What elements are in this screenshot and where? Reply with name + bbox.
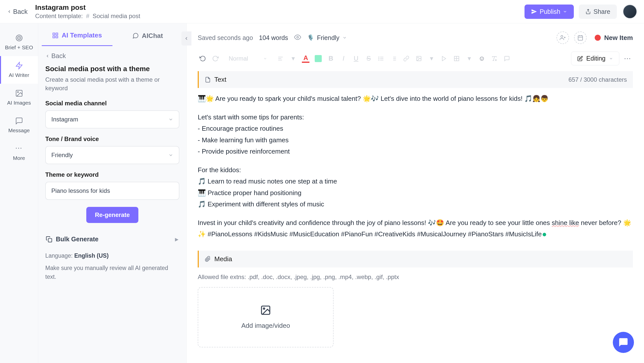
publish-button[interactable]: Publish: [525, 5, 574, 19]
clear-format-button[interactable]: [489, 54, 499, 64]
saved-status: Saved seconds ago: [198, 34, 253, 41]
link-button[interactable]: [401, 54, 411, 64]
rail-ai-images[interactable]: AI Images: [0, 84, 38, 111]
comment-button[interactable]: [502, 54, 512, 64]
emoji-icon: ☺: [478, 55, 485, 62]
italic-button[interactable]: I: [338, 54, 348, 64]
channel-select[interactable]: Instagram: [45, 110, 179, 128]
svg-point-2: [17, 36, 21, 39]
tone-value: Friendly: [51, 152, 73, 159]
align-caret[interactable]: ▾: [288, 54, 298, 64]
undo-button[interactable]: [198, 54, 208, 64]
svg-point-12: [297, 36, 298, 38]
post-p1: 🎹🌟 Are you ready to spark your child's m…: [198, 93, 633, 105]
user-plus-icon: [560, 35, 566, 41]
bullet-list-button[interactable]: [376, 54, 386, 64]
tone-select[interactable]: Friendly: [45, 146, 179, 164]
panel-back-link[interactable]: Back: [38, 46, 186, 62]
due-date-button[interactable]: [574, 31, 587, 44]
redo-button[interactable]: [210, 54, 220, 64]
template-link[interactable]: Social media post: [93, 13, 140, 19]
back-link[interactable]: Back: [7, 8, 28, 16]
back-label: Back: [13, 8, 28, 16]
clear-format-icon: [491, 56, 497, 62]
word-count: 104 words: [259, 34, 288, 41]
ordered-list-icon: [391, 56, 397, 62]
bold-button[interactable]: B: [326, 54, 336, 64]
chevron-down-icon: [342, 35, 347, 40]
grid-icon: [52, 32, 59, 39]
hash-icon: #: [86, 13, 89, 19]
align-left-icon: [277, 56, 284, 62]
list-icon: [378, 56, 384, 62]
rail-ai-writer[interactable]: AI Writer: [0, 56, 38, 84]
rail-brief-seo[interactable]: Brief + SEO: [0, 28, 38, 56]
chevron-down-icon: [168, 153, 173, 158]
bulk-label: Bulk Generate: [56, 236, 99, 243]
text-color-button[interactable]: A: [301, 54, 311, 64]
share-button[interactable]: Share: [579, 5, 617, 19]
user-avatar[interactable]: [623, 5, 637, 19]
text-section-head: Text 657 / 3000 characters: [198, 71, 633, 88]
tone-dropdown[interactable]: 🎙️ Friendly: [307, 34, 347, 41]
language-value[interactable]: English (US): [74, 252, 109, 259]
intercom-fab[interactable]: [613, 332, 634, 353]
video-button[interactable]: [439, 54, 449, 64]
image-icon: [260, 305, 271, 316]
theme-input[interactable]: Piano lessons for kids: [45, 182, 179, 200]
status-dropdown[interactable]: New Item: [595, 34, 633, 42]
rail-message[interactable]: Message: [0, 111, 38, 139]
post-content[interactable]: 🎹🌟 Are you ready to spark your child's m…: [198, 93, 633, 240]
tone-value: Friendly: [317, 34, 339, 41]
copy-icon: [46, 236, 52, 243]
strike-button[interactable]: S: [364, 54, 374, 64]
highlight-button[interactable]: [313, 54, 323, 64]
post-p3: For the kiddos: 🎵 Learn to read music no…: [198, 164, 633, 210]
rail-images-label: AI Images: [7, 100, 31, 106]
media-dropzone[interactable]: Add image/video: [198, 287, 334, 347]
add-assignee-button[interactable]: [556, 31, 569, 44]
paragraph-style-select[interactable]: Normal: [223, 52, 273, 65]
table-button[interactable]: [452, 54, 462, 64]
eye-icon: [294, 34, 301, 41]
comment-icon: [504, 56, 510, 62]
post-p2: Let's start with some tips for parents: …: [198, 112, 633, 157]
panel-collapse-button[interactable]: [181, 31, 191, 46]
align-button[interactable]: [275, 54, 286, 64]
mode-label: Editing: [586, 55, 606, 62]
numbered-list-button[interactable]: [389, 54, 399, 64]
intercom-icon: [618, 337, 628, 347]
theme-value: Piano lessons for kids: [51, 187, 110, 194]
image-button[interactable]: [414, 54, 424, 64]
preview-button[interactable]: [294, 34, 301, 42]
tab-ai-chat[interactable]: AIChat: [112, 26, 183, 46]
send-icon: [531, 9, 537, 15]
target-icon: [15, 34, 23, 42]
play-icon: [441, 56, 447, 62]
tab-ai-templates[interactable]: AI Templates: [42, 26, 112, 46]
chevron-down-icon: [609, 57, 613, 61]
svg-point-3: [19, 38, 19, 38]
mode-dropdown[interactable]: Editing: [571, 52, 619, 65]
svg-rect-8: [56, 33, 58, 35]
form-desc: Create a social media post with a theme …: [45, 75, 179, 92]
image-caret[interactable]: ▾: [426, 54, 436, 64]
svg-rect-10: [53, 36, 55, 38]
svg-rect-16: [578, 36, 583, 40]
doc-title: Instagram post: [35, 4, 525, 12]
channel-value: Instagram: [51, 116, 78, 123]
table-caret[interactable]: ▾: [464, 54, 474, 64]
underline-button[interactable]: U: [351, 54, 361, 64]
tab-templates-label: AI Templates: [62, 31, 102, 39]
tone-label: Tone / Brand voice: [45, 135, 179, 143]
svg-point-27: [379, 58, 379, 59]
emoji-button[interactable]: ☺: [477, 54, 487, 64]
toolbar-more-button[interactable]: ⋯: [622, 54, 633, 63]
bulk-generate-row[interactable]: Bulk Generate ▸: [45, 232, 179, 247]
svg-point-13: [561, 35, 563, 37]
media-section-label: Media: [214, 255, 232, 263]
rail-more[interactable]: ⋯ More: [0, 139, 38, 167]
regenerate-button[interactable]: Re-generate: [86, 207, 138, 223]
attachment-icon: [205, 256, 211, 262]
post-p4: Invest in your child's creativity and co…: [198, 217, 633, 240]
